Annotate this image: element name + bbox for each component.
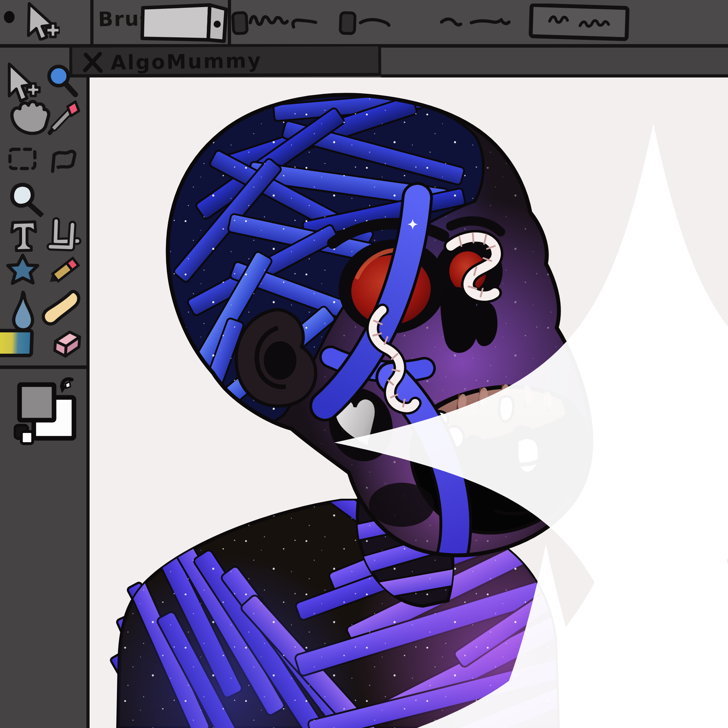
star-shape-tool[interactable]: [8, 255, 38, 283]
toolbar-divider: [90, 0, 93, 44]
loupe-tool[interactable]: [12, 185, 44, 217]
pencil-tool[interactable]: [47, 258, 78, 286]
stroke-sample-dash[interactable]: [293, 20, 316, 27]
swap-colors-icon[interactable]: [60, 379, 72, 393]
stroke-options-box[interactable]: [528, 3, 635, 43]
document-title: AlgoMummy: [110, 49, 262, 74]
eyedropper-tool[interactable]: [50, 102, 79, 133]
hand-tool[interactable]: [12, 102, 49, 134]
foreground-dot-icon[interactable]: [3, 10, 17, 25]
tab-bar-empty-area: [381, 47, 728, 78]
panel-divider: [0, 366, 86, 369]
blur-drop-tool[interactable]: [14, 292, 33, 330]
crop-tool[interactable]: [50, 221, 78, 248]
stroke-samples: [230, 0, 525, 44]
marquee-select-tool[interactable]: [10, 149, 35, 168]
brush-preview-icon[interactable]: [139, 3, 229, 44]
cursor-add-icon[interactable]: [24, 2, 60, 41]
gradient-tool[interactable]: [0, 330, 32, 355]
eraser-tool[interactable]: [55, 332, 80, 356]
stroke-swatch-small-2[interactable]: [340, 12, 355, 34]
stroke-sample-arc[interactable]: [361, 20, 389, 25]
stroke-swatch-small[interactable]: [233, 12, 248, 34]
foreground-color-swatch[interactable]: [20, 385, 54, 420]
canvas[interactable]: [90, 78, 728, 728]
move-tool[interactable]: [9, 64, 40, 101]
smudge-tool[interactable]: [43, 292, 79, 324]
app-window: { "app": { "chrome_color": "#4b4949", "p…: [0, 0, 728, 728]
stroke-sample-hook[interactable]: [442, 19, 461, 25]
artwork-mummy: [90, 78, 728, 728]
stroke-sample-wavy[interactable]: [471, 20, 509, 23]
text-tool[interactable]: [12, 222, 35, 251]
close-icon[interactable]: [82, 50, 104, 74]
flag-tool[interactable]: [53, 151, 75, 171]
stroke-sample-squiggle[interactable]: [250, 17, 287, 24]
tool-panel-icons: [0, 47, 86, 728]
top-toolbar: Brush: [0, 0, 728, 47]
tool-panel: [0, 47, 90, 728]
document-tab[interactable]: AlgoMummy: [69, 46, 381, 78]
color-swatches: [15, 379, 74, 444]
default-colors-icon[interactable]: [15, 425, 33, 444]
